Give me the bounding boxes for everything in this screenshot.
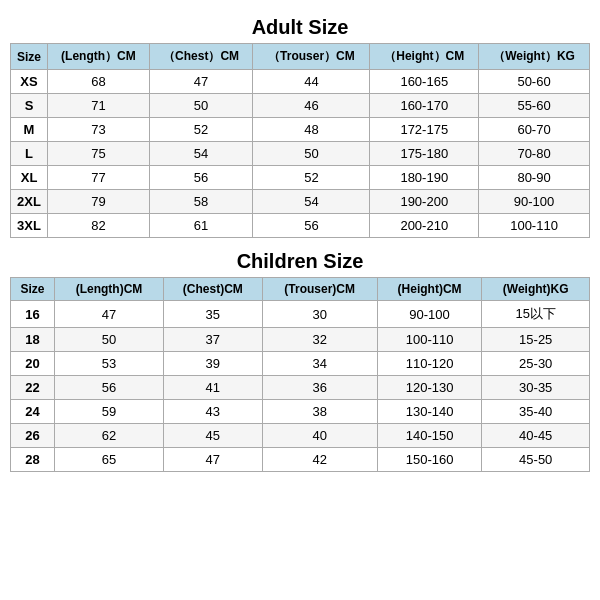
table-cell: 70-80 [479,142,590,166]
table-row: L755450175-18070-80 [11,142,590,166]
children-header-cell: (Height)CM [377,278,482,301]
children-size-title: Children Size [10,244,590,277]
table-cell: 35 [163,301,262,328]
adult-header-cell: （Height）CM [370,44,479,70]
table-row: 18503732100-11015-25 [11,328,590,352]
table-cell: 150-160 [377,448,482,472]
table-cell: 68 [48,70,150,94]
table-cell: 190-200 [370,190,479,214]
children-header-cell: (Length)CM [55,278,164,301]
table-cell: 18 [11,328,55,352]
children-header-cell: (Trouser)CM [262,278,377,301]
size-chart-container: Adult Size Size(Length）CM（Chest）CM（Trous… [10,10,590,478]
adult-size-title: Adult Size [10,10,590,43]
children-table-body: 1647353090-10015以下18503732100-11015-2520… [11,301,590,472]
table-cell: 45-50 [482,448,590,472]
table-row: 26624540140-15040-45 [11,424,590,448]
children-header-row: Size(Length)CM(Chest)CM(Trouser)CM(Heigh… [11,278,590,301]
table-row: XS684744160-16550-60 [11,70,590,94]
adult-table-header: Size(Length）CM（Chest）CM（Trouser）CM（Heigh… [11,44,590,70]
adult-table-body: XS684744160-16550-60S715046160-17055-60M… [11,70,590,238]
table-cell: 50 [149,94,253,118]
table-row: XL775652180-19080-90 [11,166,590,190]
table-cell: 73 [48,118,150,142]
table-cell: 58 [149,190,253,214]
table-cell: 172-175 [370,118,479,142]
table-cell: 110-120 [377,352,482,376]
table-row: M735248172-17560-70 [11,118,590,142]
table-cell: 56 [253,214,370,238]
table-cell: 45 [163,424,262,448]
table-cell: 3XL [11,214,48,238]
table-cell: 30-35 [482,376,590,400]
table-cell: 75 [48,142,150,166]
table-cell: L [11,142,48,166]
table-cell: 77 [48,166,150,190]
table-cell: 43 [163,400,262,424]
table-cell: 34 [262,352,377,376]
table-cell: 79 [48,190,150,214]
table-row: S715046160-17055-60 [11,94,590,118]
table-cell: 56 [55,376,164,400]
table-cell: 20 [11,352,55,376]
table-row: 20533934110-12025-30 [11,352,590,376]
table-cell: 100-110 [479,214,590,238]
table-cell: 40-45 [482,424,590,448]
table-cell: 56 [149,166,253,190]
children-header-cell: Size [11,278,55,301]
table-cell: 120-130 [377,376,482,400]
adult-header-cell: (Length）CM [48,44,150,70]
table-cell: 61 [149,214,253,238]
table-cell: 30 [262,301,377,328]
table-cell: 90-100 [377,301,482,328]
table-cell: 39 [163,352,262,376]
table-cell: M [11,118,48,142]
table-cell: 82 [48,214,150,238]
children-table-header: Size(Length)CM(Chest)CM(Trouser)CM(Heigh… [11,278,590,301]
table-cell: 100-110 [377,328,482,352]
table-cell: 80-90 [479,166,590,190]
table-cell: 140-150 [377,424,482,448]
table-cell: 41 [163,376,262,400]
table-cell: 28 [11,448,55,472]
table-cell: 55-60 [479,94,590,118]
table-cell: 38 [262,400,377,424]
table-cell: 35-40 [482,400,590,424]
table-cell: 26 [11,424,55,448]
table-cell: 54 [149,142,253,166]
table-cell: 50-60 [479,70,590,94]
table-cell: 59 [55,400,164,424]
table-row: 28654742150-16045-50 [11,448,590,472]
table-cell: 175-180 [370,142,479,166]
children-size-table: Size(Length)CM(Chest)CM(Trouser)CM(Heigh… [10,277,590,472]
adult-size-table: Size(Length）CM（Chest）CM（Trouser）CM（Heigh… [10,43,590,238]
table-cell: 15-25 [482,328,590,352]
table-cell: 44 [253,70,370,94]
adult-header-cell: （Chest）CM [149,44,253,70]
table-cell: 47 [149,70,253,94]
table-cell: 160-165 [370,70,479,94]
table-cell: 46 [253,94,370,118]
table-cell: 50 [55,328,164,352]
table-cell: 36 [262,376,377,400]
table-cell: 90-100 [479,190,590,214]
children-header-cell: (Chest)CM [163,278,262,301]
table-cell: S [11,94,48,118]
table-cell: 2XL [11,190,48,214]
table-cell: 42 [262,448,377,472]
table-cell: 200-210 [370,214,479,238]
table-cell: 32 [262,328,377,352]
table-cell: 16 [11,301,55,328]
table-cell: 25-30 [482,352,590,376]
table-cell: 60-70 [479,118,590,142]
table-cell: 52 [253,166,370,190]
children-header-cell: (Weight)KG [482,278,590,301]
table-row: 1647353090-10015以下 [11,301,590,328]
table-cell: 54 [253,190,370,214]
table-cell: 37 [163,328,262,352]
table-cell: 65 [55,448,164,472]
table-cell: 15以下 [482,301,590,328]
table-cell: 22 [11,376,55,400]
table-row: 2XL795854190-20090-100 [11,190,590,214]
table-cell: 53 [55,352,164,376]
